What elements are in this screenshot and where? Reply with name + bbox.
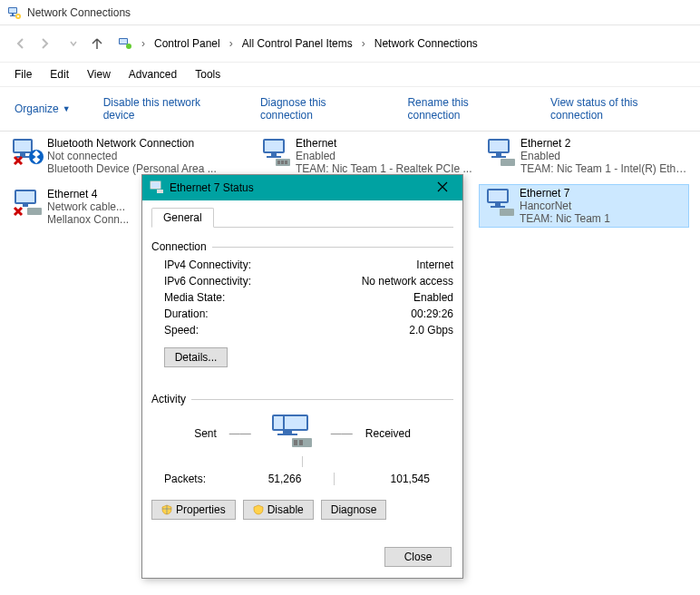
close-button[interactable]: Close [384, 547, 452, 567]
svg-rect-9 [15, 141, 31, 151]
forward-button[interactable] [33, 32, 56, 55]
svg-rect-16 [267, 156, 281, 158]
window-titlebar: Network Connections [0, 0, 700, 25]
svg-point-7 [126, 44, 131, 49]
status-dialog: Ethernet 7 Status General Connection IPv… [141, 174, 463, 579]
svg-rect-29 [27, 208, 42, 215]
breadcrumb[interactable]: › Control Panel › All Control Panel Item… [118, 35, 481, 52]
svg-rect-19 [281, 161, 284, 164]
connection-device: TEAM: Nic Team 1 - Intel(R) Ether... [520, 162, 689, 175]
ipv4-label: IPv4 Connectivity: [164, 258, 251, 271]
svg-rect-6 [120, 39, 127, 44]
disable-button[interactable]: Disable [243, 500, 314, 520]
packets-sent: 51,266 [238, 473, 301, 485]
menu-edit[interactable]: Edit [41, 64, 78, 84]
adapter-icon [481, 135, 520, 171]
svg-rect-24 [491, 156, 506, 158]
tab-row: General [151, 208, 453, 228]
svg-rect-45 [294, 440, 297, 445]
adapter-icon [480, 185, 520, 221]
chevron-down-icon: ▼ [63, 104, 71, 113]
svg-rect-10 [20, 153, 25, 156]
ipv4-value: Internet [416, 258, 453, 271]
svg-rect-14 [265, 141, 283, 151]
connection-name: Ethernet 4 [47, 188, 129, 200]
connection-status: Enabled [296, 150, 472, 162]
recent-dropdown[interactable] [62, 32, 85, 55]
svg-rect-22 [490, 141, 508, 151]
svg-rect-32 [495, 203, 501, 206]
menu-view[interactable]: View [78, 64, 120, 84]
diagnose-button[interactable]: Diagnose [321, 500, 387, 520]
svg-rect-36 [151, 182, 160, 188]
properties-button[interactable]: Properties [151, 500, 236, 520]
back-button[interactable] [9, 32, 33, 55]
disable-device-button[interactable]: Disable this network device [94, 93, 237, 125]
svg-rect-1 [9, 8, 16, 13]
menu-file[interactable]: File [5, 64, 41, 84]
connection-name: Ethernet 2 [520, 137, 689, 150]
svg-rect-31 [489, 190, 507, 201]
tab-general[interactable]: General [151, 208, 214, 228]
close-button[interactable] [430, 181, 455, 195]
shield-icon [253, 504, 264, 515]
speed-label: Speed: [164, 324, 199, 337]
connection-status: Network cable... [47, 200, 129, 213]
svg-rect-25 [501, 159, 515, 166]
command-bar: Organize▼ Disable this network device Di… [0, 87, 700, 132]
adapter-icon [150, 180, 164, 195]
svg-rect-46 [299, 440, 303, 445]
details-button[interactable]: Details... [164, 347, 228, 367]
packets-received: 101,545 [366, 473, 430, 485]
sent-label: Sent [194, 427, 217, 440]
duration-value: 00:29:26 [411, 307, 453, 320]
menu-bar: File Edit View Advanced Tools [0, 62, 700, 87]
svg-rect-43 [277, 434, 297, 435]
adapter-icon [7, 186, 47, 222]
media-value: Enabled [413, 291, 453, 304]
svg-rect-3 [10, 15, 15, 16]
svg-rect-18 [277, 161, 280, 164]
connection-status: Not connected [47, 150, 217, 162]
connection-device: Mellanox Conn... [47, 213, 129, 226]
chevron-right-icon[interactable]: › [226, 37, 237, 50]
received-label: Received [365, 427, 411, 440]
svg-rect-20 [285, 161, 287, 164]
menu-advanced[interactable]: Advanced [120, 64, 186, 84]
connection-device: TEAM: Nic Team 1 [520, 212, 610, 225]
up-button[interactable] [85, 32, 109, 55]
ipv6-label: IPv6 Connectivity: [164, 275, 251, 288]
view-status-button[interactable]: View status of this connection [541, 93, 695, 125]
rename-button[interactable]: Rename this connection [398, 93, 527, 125]
connection-item[interactable]: Ethernet 4 Network cable... Mellanox Con… [7, 186, 140, 228]
connection-item[interactable]: Bluetooth Network Connection Not connect… [7, 135, 234, 177]
breadcrumb-item[interactable]: Control Panel [151, 35, 224, 52]
breadcrumb-item[interactable]: Network Connections [371, 35, 481, 52]
svg-rect-27 [16, 191, 34, 202]
media-label: Media State: [164, 291, 225, 304]
svg-rect-2 [12, 14, 14, 15]
connection-device: TEAM: Nic Team 1 - Realtek PCIe ... [296, 162, 472, 175]
connection-item[interactable]: Ethernet 2 Enabled TEAM: Nic Team 1 - In… [481, 135, 689, 177]
adapter-icon [256, 135, 296, 171]
connection-name: Bluetooth Network Connection [47, 137, 217, 150]
packets-label: Packets: [164, 473, 206, 485]
diagnose-button[interactable]: Diagnose this connection [251, 93, 384, 125]
svg-rect-15 [271, 153, 277, 156]
chevron-right-icon[interactable]: › [138, 37, 149, 50]
connection-status: HancorNet [520, 200, 610, 212]
dialog-titlebar[interactable]: Ethernet 7 Status [142, 175, 462, 200]
group-connection: Connection [151, 240, 453, 253]
organize-button[interactable]: Organize▼ [5, 99, 80, 119]
chevron-right-icon[interactable]: › [358, 37, 369, 50]
breadcrumb-item[interactable]: All Control Panel Items [238, 35, 356, 52]
connection-device: Bluetooth Device (Personal Area ... [47, 162, 217, 175]
duration-label: Duration: [164, 307, 209, 320]
menu-tools[interactable]: Tools [186, 64, 229, 84]
connection-item[interactable]: Ethernet 7 HancorNet TEAM: Nic Team 1 [479, 184, 689, 228]
breadcrumb-icon [118, 36, 132, 51]
activity-icon [264, 411, 318, 456]
app-icon [7, 5, 22, 20]
window-title: Network Connections [27, 6, 131, 19]
connection-item[interactable]: Ethernet Enabled TEAM: Nic Team 1 - Real… [256, 135, 482, 177]
